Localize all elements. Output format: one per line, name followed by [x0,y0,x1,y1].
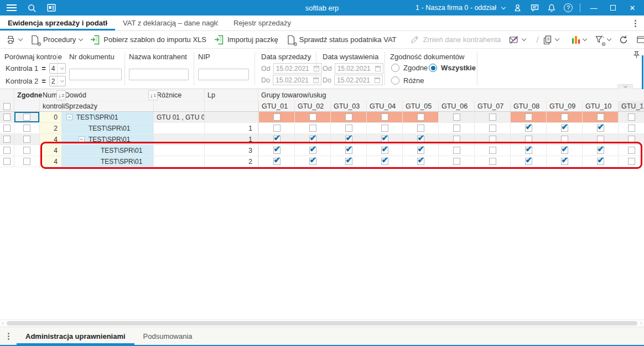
copy-document-button[interactable] [542,35,559,45]
col-header-sprzedazy[interactable]: Sprzedaży [62,101,154,111]
gtu-column-header[interactable]: GTU_01 [258,101,294,111]
dowod-sprzedazy-cell[interactable]: TEST\SPR\01 [62,156,154,167]
help-icon[interactable]: ? [564,3,573,12]
gtu-checkbox[interactable] [417,158,424,165]
close-button[interactable]: ✕ [626,2,638,14]
numer-kontroli-cell[interactable]: 4 [40,134,62,144]
pobierz-szablon-xls-button[interactable]: Pobierz szablon do importu XLS [90,35,206,45]
user-icon[interactable] [512,3,522,13]
gtu-checkbox[interactable] [525,158,532,165]
maximize-button[interactable] [607,2,619,14]
gtu-checkbox[interactable] [381,125,388,132]
gtu-checkbox[interactable] [561,125,568,132]
nip-input[interactable] [198,69,249,80]
gtu-checkbox[interactable] [489,158,496,165]
tab-administracja-uprawnieniami[interactable]: Administracja uprawnieniami [17,327,134,345]
gtu-column-header[interactable]: GTU_05 [402,101,438,111]
gtu-checkbox[interactable] [561,158,568,165]
nazwa-kontrahent-input[interactable] [129,69,189,80]
gtu-checkbox[interactable] [561,113,568,121]
tab-podsumowania[interactable]: Podsumowania [134,327,201,345]
gtu-checkbox[interactable] [561,136,568,143]
grid-row[interactable]: 4TEST\SPR\012 [0,156,644,167]
company-selector[interactable]: 1 - Nasza firma 0 - oddział [416,4,505,12]
radio-wszystkie[interactable]: Wszystkie [429,64,476,72]
gtu-checkbox[interactable] [417,125,424,132]
roznice-cell[interactable] [154,134,205,144]
gtu-checkbox[interactable] [628,147,635,154]
gtu-checkbox[interactable] [309,147,316,154]
dowod-sprzedazy-cell[interactable]: −TEST\SPR\01 [62,134,154,144]
radio-rozne[interactable]: Różne [391,76,424,85]
col-header-roznice[interactable]: Różnice [154,89,205,101]
lp-cell[interactable] [205,112,258,122]
gtu-checkbox[interactable] [345,113,352,121]
gtu-checkbox[interactable] [525,147,532,154]
importuj-paczke-button[interactable]: Importuj paczkę [214,35,278,45]
news-panel-icon[interactable] [46,3,56,13]
hamburger-menu-icon[interactable] [7,4,17,11]
zgodne-checkbox[interactable] [23,147,30,154]
gtu-checkbox[interactable] [525,113,532,121]
lp-cell[interactable]: 1 [205,134,258,144]
scroll-left-hint-icon[interactable]: ‹ [641,102,643,111]
zgodne-checkbox[interactable] [23,158,30,165]
tab-ewidencja-sprzedazy[interactable]: Ewidencja sprzedaży i podatku należne [0,16,115,30]
refresh-button[interactable] [619,35,629,45]
gtu-checkbox[interactable] [628,113,635,121]
gtu-checkbox[interactable] [597,136,604,143]
collapse-toggle-icon[interactable]: − [66,114,72,120]
chat-icon[interactable] [529,3,539,13]
lp-cell[interactable]: 2 [205,156,258,167]
roznice-cell[interactable]: GTU 01 , GTU 02 , [154,112,205,122]
gtu-checkbox[interactable] [345,136,352,143]
zgodne-checkbox[interactable] [23,136,30,143]
gtu-checkbox[interactable] [273,113,281,121]
gtu-checkbox[interactable] [345,158,352,165]
gtu-checkbox[interactable] [561,147,568,154]
col-header-numer[interactable]: Numer ↓2 [40,89,62,101]
gtu-checkbox[interactable] [453,147,460,154]
dowod-sprzedazy-cell[interactable]: TEST\SPR\01 [62,145,154,156]
nr-dokumentu-input[interactable] [69,69,122,80]
dowod-sprzedazy-cell[interactable]: TEST\SPR\01 [62,123,154,133]
gtu-checkbox[interactable] [417,136,424,143]
gtu-checkbox[interactable] [597,158,604,165]
zgodne-checkbox[interactable] [23,125,30,132]
gtu-checkbox[interactable] [453,125,460,132]
minimize-button[interactable]: — [588,2,600,14]
gtu-checkbox[interactable] [309,136,316,143]
gtu-checkbox[interactable] [381,136,388,143]
gtu-checkbox[interactable] [273,147,281,154]
scrollbar-thumb[interactable] [7,321,637,326]
row-select-checkbox[interactable] [3,158,11,165]
gtu-checkbox[interactable] [489,136,496,143]
gtu-checkbox[interactable] [381,147,388,154]
gtu-checkbox[interactable] [597,113,604,121]
gtu-checkbox[interactable] [273,125,281,132]
send-mail-disabled-button[interactable] [509,35,526,45]
data-sprzedazy-do-input[interactable]: 15.02.2021 [273,75,321,85]
col-header-lp[interactable]: Lp [205,89,258,101]
scroll-right-arrow[interactable]: › [638,320,644,326]
sort-indicator-numer[interactable]: ↓2 [56,90,66,100]
collapse-toggle-icon[interactable]: − [79,136,85,142]
cell[interactable] [14,123,39,133]
gtu-column-header[interactable]: GTU_10 [582,101,618,111]
gtu-checkbox[interactable] [273,136,281,143]
gtu-checkbox[interactable] [309,125,316,132]
kontrola2-operator[interactable]: = [41,77,46,85]
lp-cell[interactable]: 3 [205,145,258,156]
gtu-column-header[interactable]: GTU_06 [438,101,474,111]
grid-row[interactable]: 2TEST\SPR\011 [0,123,644,134]
bell-icon[interactable] [547,3,557,13]
sprawdz-status-vat-button[interactable]: ⚙ Sprawdź status podatnika VAT [286,35,397,45]
gtu-checkbox[interactable] [453,158,460,165]
gtu-column-header[interactable]: GTU_08 [510,101,546,111]
col-header-dowod[interactable]: Dowód ↓1 [62,89,154,101]
gtu-checkbox[interactable] [489,125,496,132]
gtu-checkbox[interactable] [597,147,604,154]
grid-settings-button[interactable]: ⚙ [636,35,644,45]
tab-vat-z-deklaracja[interactable]: VAT z deklaracją – dane nagłówkowe [115,16,226,30]
bottom-overflow-menu-icon[interactable] [0,327,17,345]
